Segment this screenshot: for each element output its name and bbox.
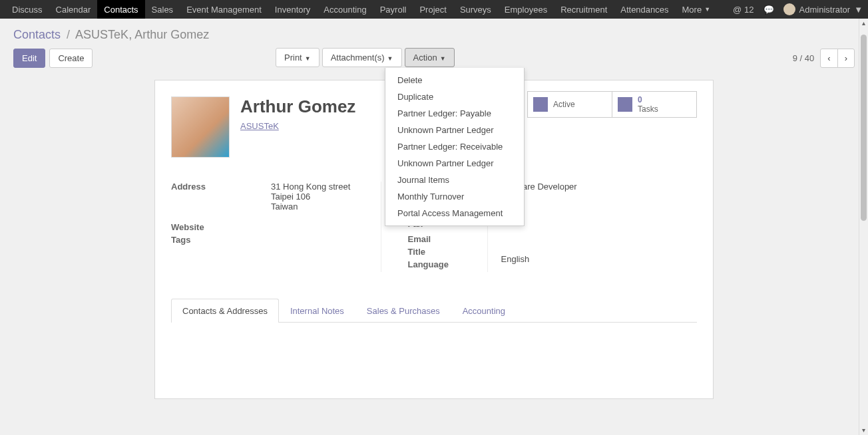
vertical-scrollbar[interactable]: ▴ ▾ — [859, 19, 868, 435]
title-block: Arthur Gomez ASUSTeK — [240, 96, 355, 131]
tab-sales-purchases[interactable]: Sales & Purchases — [355, 299, 451, 323]
action-portal-access[interactable]: Portal Access Management — [385, 205, 524, 221]
nav-accounting[interactable]: Accounting — [317, 0, 373, 19]
nav-employees[interactable]: Employees — [498, 0, 554, 19]
nav-event-management[interactable]: Event Management — [180, 0, 268, 19]
controls-left: Edit Create — [13, 49, 93, 68]
address-line-2: Taipei 106 — [271, 192, 350, 202]
address-line-1: 31 Hong Kong street — [271, 182, 350, 192]
nav-payroll[interactable]: Payroll — [373, 0, 413, 19]
pager-text: 9 / 40 — [793, 53, 815, 63]
stat-active-button[interactable]: Active — [527, 91, 612, 118]
action-label: Action — [413, 53, 437, 63]
contact-photo[interactable] — [171, 96, 230, 158]
stat-tasks-label: Tasks — [638, 104, 658, 114]
top-nav-right: @12 Administrator ▼ — [733, 3, 863, 15]
action-duplicate[interactable]: Duplicate — [385, 88, 524, 105]
nav-more-label: More — [682, 5, 702, 15]
label-title: Title — [408, 247, 474, 257]
fields-col-left: Address 31 Hong Kong street Taipei 106 T… — [171, 182, 381, 272]
company-link[interactable]: ASUSTeK — [240, 121, 279, 131]
stat-active-label: Active — [553, 100, 575, 109]
user-menu[interactable]: Administrator ▼ — [783, 3, 863, 15]
action-button[interactable]: Action▼ — [405, 48, 455, 67]
caret-down-icon: ▼ — [305, 55, 311, 62]
archive-icon — [533, 97, 548, 112]
controls-right: 9 / 40 ‹ › — [793, 49, 855, 68]
label-email: Email — [408, 234, 474, 244]
breadcrumb: Contacts / ASUSTeK, Arthur Gomez — [13, 28, 855, 42]
nav-surveys[interactable]: Surveys — [453, 0, 498, 19]
caret-down-icon: ▼ — [387, 55, 393, 62]
contact-name: Arthur Gomez — [240, 96, 355, 117]
label-address: Address — [171, 182, 271, 212]
value-language: English — [501, 254, 698, 264]
action-partner-ledger-receivable[interactable]: Partner Ledger: Receivable — [385, 138, 524, 155]
tab-contacts-addresses[interactable]: Contacts & Addresses — [171, 299, 279, 323]
nav-attendances[interactable]: Attendances — [614, 0, 675, 19]
user-name: Administrator — [799, 5, 851, 15]
avatar-icon — [783, 3, 795, 15]
caret-down-icon: ▼ — [704, 6, 710, 13]
nav-inventory[interactable]: Inventory — [268, 0, 317, 19]
pager-prev-button[interactable]: ‹ — [820, 49, 837, 68]
action-unknown-partner-ledger-1[interactable]: Unknown Partner Ledger — [385, 122, 524, 138]
action-dropdown: Delete Duplicate Partner Ledger: Payable… — [385, 68, 525, 226]
attachments-button[interactable]: Attachment(s)▼ — [322, 48, 402, 67]
nav-contacts[interactable]: Contacts — [97, 0, 144, 19]
address-line-3: Taiwan — [271, 202, 350, 212]
action-journal-items[interactable]: Journal Items — [385, 172, 524, 188]
controls-center: Print▼ Attachment(s)▼ Action▼ — [276, 48, 455, 67]
nav-more[interactable]: More▼ — [676, 0, 718, 19]
label-language: Language — [408, 259, 474, 269]
breadcrumb-current: ASUSTeK, Arthur Gomez — [75, 28, 209, 41]
breadcrumb-separator: / — [67, 28, 70, 41]
edit-button[interactable]: Edit — [13, 49, 45, 68]
at-icon: @ — [733, 5, 742, 15]
scroll-down-icon[interactable]: ▾ — [859, 426, 868, 435]
create-button[interactable]: Create — [49, 49, 93, 68]
scrollbar-thumb[interactable] — [861, 35, 867, 221]
page-area: Contacts / ASUSTeK, Arthur Gomez Edit Cr… — [0, 19, 868, 399]
notification-count: 12 — [744, 5, 754, 15]
nav-project[interactable]: Project — [413, 0, 453, 19]
action-partner-ledger-payable[interactable]: Partner Ledger: Payable — [385, 105, 524, 122]
top-nav: Discuss Calendar Contacts Sales Event Ma… — [0, 0, 868, 19]
nav-sales[interactable]: Sales — [145, 0, 180, 19]
breadcrumb-root[interactable]: Contacts — [13, 28, 61, 41]
pager-buttons: ‹ › — [821, 49, 855, 68]
tab-internal-notes[interactable]: Internal Notes — [279, 299, 355, 323]
label-tags: Tags — [171, 235, 367, 245]
action-unknown-partner-ledger-2[interactable]: Unknown Partner Ledger — [385, 155, 524, 172]
chat-icon[interactable] — [763, 5, 774, 15]
pager-next-button[interactable]: › — [837, 49, 855, 68]
caret-down-icon: ▼ — [854, 5, 863, 15]
tasks-icon — [618, 97, 632, 112]
attachments-label: Attachment(s) — [331, 53, 385, 63]
value-address: 31 Hong Kong street Taipei 106 Taiwan — [271, 182, 350, 212]
stat-tasks-button[interactable]: 0 Tasks — [612, 91, 697, 118]
scroll-up-icon[interactable]: ▴ — [859, 19, 868, 28]
caret-down-icon: ▼ — [440, 55, 446, 62]
nav-discuss[interactable]: Discuss — [5, 0, 49, 19]
notification-badge[interactable]: @12 — [733, 5, 754, 15]
tab-accounting[interactable]: Accounting — [451, 299, 517, 323]
nav-calendar[interactable]: Calendar — [49, 0, 98, 19]
print-button[interactable]: Print▼ — [276, 48, 320, 67]
top-nav-left: Discuss Calendar Contacts Sales Event Ma… — [5, 0, 717, 19]
action-delete[interactable]: Delete — [385, 72, 524, 88]
label-website: Website — [171, 222, 367, 232]
tabs: Contacts & Addresses Internal Notes Sale… — [171, 299, 697, 323]
print-label: Print — [284, 53, 302, 63]
value-job-position: Software Developer — [501, 182, 698, 192]
stat-tasks-count: 0 — [638, 95, 658, 104]
nav-recruitment[interactable]: Recruitment — [554, 0, 614, 19]
stat-buttons: Active 0 Tasks — [528, 91, 697, 118]
action-monthly-turnover[interactable]: Monthly Turnover — [385, 188, 524, 205]
